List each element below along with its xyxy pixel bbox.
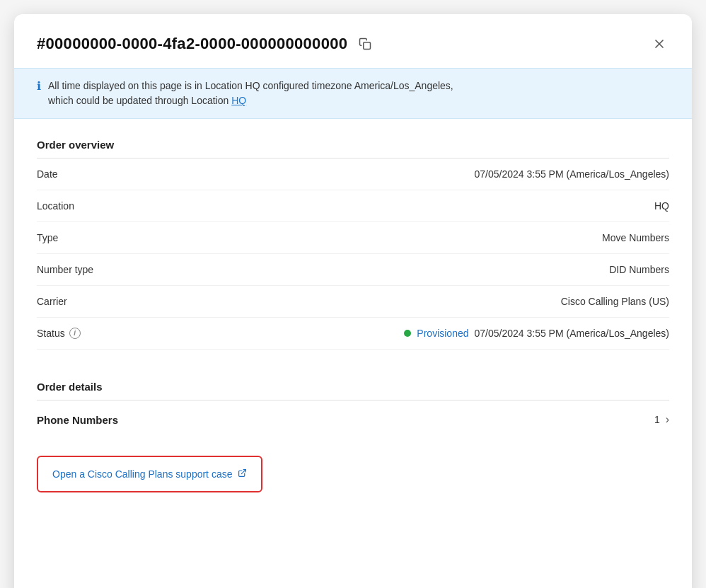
status-label: Status i [37,328,81,339]
status-label-text: Status [37,328,65,339]
date-value: 07/05/2024 3:55 PM (America/Los_Angeles) [475,168,670,180]
svg-rect-0 [364,42,371,50]
status-dot [404,330,411,337]
date-label: Date [37,168,58,180]
copy-id-button[interactable] [356,35,374,53]
number-type-label: Number type [37,264,93,275]
support-link-text: Open a Cisco Calling Plans support case [52,468,232,480]
info-text-part2: which could be updated through Location [48,95,231,106]
location-value: HQ [654,200,669,212]
status-value-row: Provisioned 07/05/2024 3:55 PM (America/… [404,328,669,339]
order-details-section: Order details [14,361,692,400]
hq-link[interactable]: HQ [231,95,246,106]
carrier-row: Carrier Cisco Calling Plans (US) [37,286,669,318]
order-overview-title: Order overview [37,139,669,151]
info-text-part1: All time displayed on this page is in Lo… [48,80,453,91]
chevron-right-icon: › [666,413,669,426]
external-link-icon [238,468,247,480]
carrier-label: Carrier [37,296,67,307]
close-icon [652,37,666,51]
modal-header: #00000000-0000-4fa2-0000-000000000000 [14,14,692,68]
order-details-title: Order details [37,381,669,393]
info-banner-text: All time displayed on this page is in Lo… [48,79,453,108]
phone-numbers-right: 1 › [654,413,669,426]
number-type-value: DID Numbers [609,264,669,275]
carrier-value: Cisco Calling Plans (US) [561,296,669,307]
type-row: Type Move Numbers [37,222,669,254]
support-link-section: Open a Cisco Calling Plans support case [14,439,692,509]
phone-numbers-row[interactable]: Phone Numbers 1 › [37,400,669,439]
close-button[interactable] [649,34,669,54]
status-info-icon[interactable]: i [69,328,81,339]
location-label: Location [37,200,74,212]
modal-title: #00000000-0000-4fa2-0000-000000000000 [37,35,347,53]
phone-numbers-count: 1 [654,414,660,425]
date-row: Date 07/05/2024 3:55 PM (America/Los_Ang… [37,158,669,190]
status-datetime: 07/05/2024 3:55 PM (America/Los_Angeles) [475,328,670,339]
order-detail-modal: #00000000-0000-4fa2-0000-000000000000 ℹ … [14,14,692,588]
order-details-rows: Phone Numbers 1 › [14,400,692,439]
svg-line-3 [242,470,246,474]
order-overview-section: Order overview [14,119,692,158]
location-row: Location HQ [37,190,669,222]
status-provisioned-text: Provisioned [417,328,468,339]
type-value: Move Numbers [602,232,669,243]
info-banner: ℹ All time displayed on this page is in … [14,68,692,119]
modal-title-row: #00000000-0000-4fa2-0000-000000000000 [37,35,374,53]
order-overview-rows: Date 07/05/2024 3:55 PM (America/Los_Ang… [14,158,692,350]
status-row: Status i Provisioned 07/05/2024 3:55 PM … [37,318,669,350]
number-type-row: Number type DID Numbers [37,254,669,286]
support-case-link[interactable]: Open a Cisco Calling Plans support case [37,456,262,492]
type-label: Type [37,232,58,243]
phone-numbers-label: Phone Numbers [37,414,118,426]
copy-icon [359,38,371,50]
info-icon: ℹ [37,79,41,93]
